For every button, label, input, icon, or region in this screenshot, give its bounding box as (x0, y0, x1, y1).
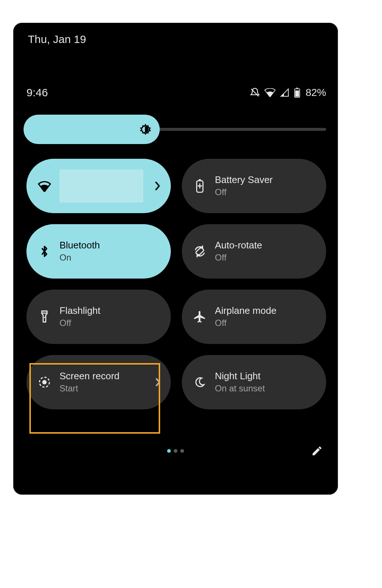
tile-flashlight[interactable]: Flashlight Off (26, 290, 171, 344)
svg-point-8 (44, 317, 45, 318)
brightness-slider[interactable] (24, 115, 326, 144)
wifi-icon (36, 180, 53, 192)
chevron-right-icon (155, 377, 161, 387)
clock-label: 9:46 (26, 86, 48, 99)
page-dots[interactable] (167, 449, 184, 453)
svg-rect-1 (296, 88, 298, 89)
tile-title: Airplane mode (215, 305, 317, 316)
page-dot-1[interactable] (167, 449, 171, 453)
tile-bluetooth[interactable]: Bluetooth On (26, 224, 171, 279)
tile-title: Night Light (215, 370, 317, 382)
cell-signal-icon (280, 88, 289, 97)
dnd-icon (250, 87, 260, 98)
brightness-fill (24, 115, 160, 144)
tile-subtitle: Start (60, 383, 148, 394)
tile-airplane-mode[interactable]: Airplane mode Off (182, 290, 326, 344)
tile-subtitle: Off (215, 252, 317, 263)
battery-icon (294, 87, 300, 98)
page-dot-2[interactable] (174, 449, 177, 453)
tile-screen-record[interactable]: Screen record Start (26, 355, 171, 409)
edit-tiles-button[interactable] (309, 444, 325, 459)
wifi-status-icon (264, 88, 275, 97)
tile-subtitle: Off (60, 318, 161, 329)
flashlight-icon (36, 309, 53, 324)
svg-rect-5 (199, 179, 201, 180)
brightness-track (24, 128, 326, 131)
svg-rect-2 (295, 90, 299, 97)
quick-settings-panel: Thu, Jan 19 9:46 (13, 23, 338, 495)
tile-subtitle: On (60, 252, 161, 263)
wifi-ssid-redacted (60, 169, 143, 202)
status-icons: 82% (250, 87, 326, 98)
pagination-footer (13, 445, 338, 460)
tile-title: Flashlight (60, 305, 161, 316)
svg-point-10 (42, 380, 47, 384)
tile-title: Auto-rotate (215, 240, 317, 251)
tile-title: Screen record (60, 370, 148, 382)
brightness-icon (139, 123, 152, 136)
night-light-icon (191, 376, 208, 388)
chevron-right-icon (154, 181, 161, 191)
auto-rotate-icon (191, 245, 208, 258)
tile-subtitle: Off (215, 318, 317, 329)
tile-title: Bluetooth (60, 240, 161, 251)
tile-title: Battery Saver (215, 174, 317, 186)
tile-battery-saver[interactable]: Battery Saver Off (182, 159, 326, 213)
bluetooth-icon (36, 245, 53, 258)
tile-subtitle: On at sunset (215, 383, 317, 394)
screen-record-icon (36, 376, 53, 389)
battery-saver-icon (191, 179, 208, 193)
tile-wifi[interactable] (26, 159, 171, 213)
tile-night-light[interactable]: Night Light On at sunset (182, 355, 326, 409)
tile-subtitle: Off (215, 187, 317, 198)
tiles-grid: Battery Saver Off Bluetooth On (26, 159, 326, 409)
tile-auto-rotate[interactable]: Auto-rotate Off (182, 224, 326, 279)
date-label: Thu, Jan 19 (28, 33, 86, 46)
airplane-icon (191, 310, 208, 324)
battery-percentage: 82% (306, 87, 326, 98)
status-bar: 9:46 (26, 85, 326, 101)
pencil-icon (311, 445, 323, 458)
page-dot-3[interactable] (180, 449, 184, 453)
